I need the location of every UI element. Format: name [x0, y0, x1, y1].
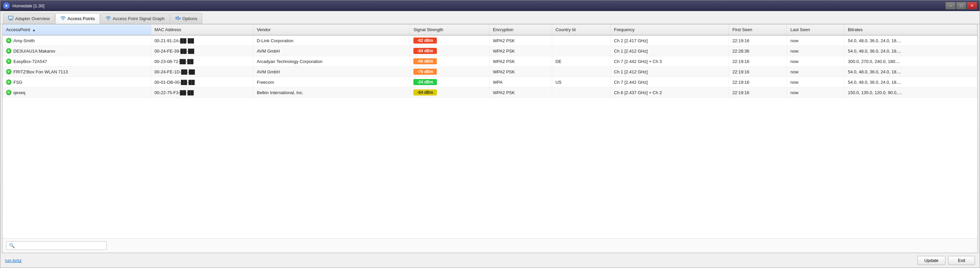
table-row[interactable]: DE3U/AU1A Makarov 00-24-FE-39-██-██ AVM …	[3, 46, 977, 56]
table-row[interactable]: EasyBox-72A547 00-23-08-72-██-██ Arcadya…	[3, 56, 977, 67]
svg-rect-10	[179, 17, 180, 19]
col-header-bitrates[interactable]: Bitrates	[844, 24, 977, 35]
app-icon	[3, 2, 10, 9]
ap-name: DE3U/AU1A Makarov	[13, 49, 55, 54]
cell-access-point: Amy-Smith	[3, 35, 151, 46]
ap-status-icon	[6, 48, 11, 54]
col-header-encryption[interactable]: Encryption	[490, 24, 552, 35]
cell-signal-strength: -82 dBm	[410, 35, 490, 46]
col-header-access-point[interactable]: AccessPoint ▲	[3, 24, 151, 35]
cell-encryption: WPA2 PSK	[490, 35, 552, 46]
svg-point-7	[108, 19, 109, 20]
bottom-link[interactable]: run.to/sz	[5, 258, 22, 263]
ap-status-icon	[6, 90, 11, 95]
cell-encryption: WPA	[490, 77, 552, 87]
wifi-icon-1	[60, 16, 66, 21]
cell-access-point: EasyBox-72A547	[3, 56, 151, 67]
options-icon	[175, 16, 181, 21]
ap-status-icon	[6, 38, 11, 43]
bottom-bar: run.to/sz Update Exit	[0, 253, 980, 268]
col-header-last-seen[interactable]: Last Seen	[787, 24, 845, 35]
signal-badge: -76 dBm	[414, 69, 437, 75]
tab-options[interactable]: Options	[170, 13, 202, 24]
col-header-signal-strength[interactable]: Signal Strength	[410, 24, 490, 35]
table-row[interactable]: qexeq 00-22-75-F3-██-██ Belkin Internati…	[3, 87, 977, 98]
cell-last-seen: now	[787, 46, 845, 56]
tab-adapter-overview-label: Adapter Overview	[15, 16, 49, 21]
access-points-table: AccessPoint ▲ MAC Address Vendor Signal …	[3, 24, 977, 98]
tab-bar: Adapter Overview Access Points	[0, 11, 980, 24]
cell-access-point: qexeq	[3, 87, 151, 98]
ap-name: Amy-Smith	[13, 38, 35, 43]
cell-encryption: WPA2 PSK	[490, 56, 552, 67]
cell-first-seen: 22:19:16	[729, 67, 787, 77]
svg-point-6	[63, 19, 64, 20]
cell-encryption: WPA2 PSK	[490, 46, 552, 56]
col-header-country-id[interactable]: Country Id	[552, 24, 611, 35]
cell-frequency: Ch 7 [2.442 GHz]	[611, 77, 729, 87]
cell-country-id	[552, 87, 611, 98]
maximize-button[interactable]: □	[956, 2, 966, 10]
tab-access-point-signal-graph[interactable]: Access Point Signal Graph	[100, 13, 170, 24]
cell-encryption: WPA2 PSK	[490, 67, 552, 77]
ap-status-icon	[6, 59, 11, 64]
cell-first-seen: 22:19:16	[729, 35, 787, 46]
cell-bitrates: 150.0, 135.0, 120.0, 90.0,....	[844, 87, 977, 98]
update-button[interactable]: Update	[917, 256, 945, 265]
cell-vendor: D-Link Corporation	[253, 35, 410, 46]
col-header-frequency[interactable]: Frequency	[611, 24, 729, 35]
cell-mac-address: 00-23-08-72-██-██	[151, 56, 253, 67]
tab-access-points-label: Access Points	[67, 16, 95, 21]
cell-mac-address: 00-24-FE-1D-██-██	[151, 67, 253, 77]
cell-frequency: Ch 6 [2.437 GHz] + Ch 2	[611, 87, 729, 98]
search-input[interactable]	[16, 243, 103, 248]
ap-name: EasyBox-72A547	[13, 59, 47, 64]
table-row[interactable]: Amy-Smith 00-21-91-2A-██-██ D-Link Corpo…	[3, 35, 977, 46]
cell-vendor: Arcadyan Technology Corporation	[253, 56, 410, 67]
ap-name: FRITZ!Box Fon WLAN 7113	[13, 69, 68, 75]
cell-country-id	[552, 35, 611, 46]
ap-name: qexeq	[13, 90, 25, 95]
cell-frequency: Ch 7 [2.442 GHz] + Ch 3	[611, 56, 729, 67]
cell-first-seen: 22:19:16	[729, 87, 787, 98]
cell-first-seen: 22:19:16	[729, 77, 787, 87]
col-header-mac-address[interactable]: MAC Address	[151, 24, 253, 35]
cell-signal-strength: -76 dBm	[410, 67, 490, 77]
cell-signal-strength: -64 dBm	[410, 87, 490, 98]
sort-asc-icon: ▲	[32, 28, 35, 32]
cell-bitrates: 54.0, 48.0, 36.0, 24.0, 18....	[844, 35, 977, 46]
search-bar: 🔍	[3, 238, 977, 252]
cell-country-id	[552, 67, 611, 77]
col-header-first-seen[interactable]: First Seen	[729, 24, 787, 35]
tab-adapter-overview[interactable]: Adapter Overview	[3, 13, 55, 24]
ap-status-icon	[6, 69, 11, 75]
title-bar-left: Homedale [1.30]	[3, 2, 44, 9]
signal-badge: -64 dBm	[414, 89, 437, 95]
close-button[interactable]: ✕	[967, 2, 977, 10]
cell-country-id: DE	[552, 56, 611, 67]
table-row[interactable]: FRITZ!Box Fon WLAN 7113 00-24-FE-1D-██-█…	[3, 67, 977, 77]
main-content: AccessPoint ▲ MAC Address Vendor Signal …	[2, 24, 978, 253]
cell-access-point: DE3U/AU1A Makarov	[3, 46, 151, 56]
main-window: Homedale [1.30] – □ ✕ Adapter Overview	[0, 0, 980, 268]
cell-frequency: Ch 1 [2.412 GHz]	[611, 67, 729, 77]
search-input-wrapper: 🔍	[6, 241, 107, 250]
search-icon: 🔍	[9, 243, 15, 248]
title-bar: Homedale [1.30] – □ ✕	[0, 0, 980, 11]
table-row[interactable]: FSG 00-01-DB-00-██-██ Freecom -24 dBm WP…	[3, 77, 977, 87]
exit-button[interactable]: Exit	[948, 256, 975, 265]
cell-bitrates: 54.0, 48.0, 36.0, 24.0, 18....	[844, 46, 977, 56]
cell-vendor: Belkin International, Inc.	[253, 87, 410, 98]
minimize-button[interactable]: –	[945, 2, 956, 10]
tab-access-points[interactable]: Access Points	[55, 13, 100, 24]
cell-encryption: WPA2 PSK	[490, 87, 552, 98]
cell-last-seen: now	[787, 67, 845, 77]
title-bar-buttons: – □ ✕	[945, 2, 977, 10]
cell-first-seen: 22:28:36	[729, 46, 787, 56]
wifi-icon-2	[106, 16, 111, 21]
svg-rect-9	[177, 16, 178, 20]
cell-bitrates: 54.0, 48.0, 36.0, 24.0, 18....	[844, 67, 977, 77]
table-container[interactable]: AccessPoint ▲ MAC Address Vendor Signal …	[3, 24, 977, 238]
col-header-vendor[interactable]: Vendor	[253, 24, 410, 35]
cell-last-seen: now	[787, 56, 845, 67]
